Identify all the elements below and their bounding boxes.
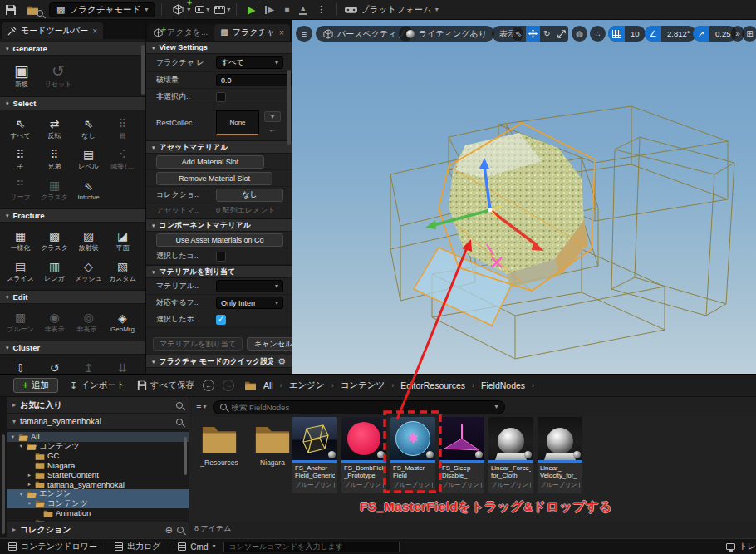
project-header[interactable]: tamana_syamenhokai <box>7 414 189 430</box>
world-local-toggle[interactable]: ◍ <box>572 26 587 42</box>
viewport[interactable]: ≡ パースペクティブ ライティングあり 表示 ⇖ ↻ ◍ ∴ 10 ∠ 2.81… <box>292 20 756 374</box>
tool-select-parent[interactable]: ⠿親 <box>106 113 140 144</box>
play-options-button[interactable]: ⋮ <box>312 2 331 18</box>
add-actor-button[interactable]: + <box>168 2 189 18</box>
header-quick-settings[interactable]: フラクチャ モードのクイック設定 ⚙ <box>146 355 292 368</box>
tool-select-siblings[interactable]: ⠿兄弟 <box>37 144 71 174</box>
rest-collection-asset-picker[interactable]: None <box>216 110 259 135</box>
asset-fs-bombfield[interactable]: FS_BombField _Prototype ブループリント ク.. <box>341 417 386 493</box>
platforms-dropdown[interactable]: プラットフォーム <box>345 4 439 16</box>
collection-value-button[interactable]: なし <box>216 189 283 202</box>
save-all-button[interactable]: すべて保存 <box>137 380 194 391</box>
tool-select-neighbors[interactable]: ⠪隣接し.. <box>106 144 140 174</box>
section-select[interactable]: Select <box>0 96 145 110</box>
tool-unhide[interactable]: ◎非表示.. <box>71 306 106 337</box>
tool-cluster-cluster[interactable]: ⇊クラスタ <box>106 357 140 374</box>
fracture-level-dropdown[interactable]: すべて <box>216 56 283 69</box>
scale-tool[interactable] <box>554 26 568 42</box>
header-assign-material[interactable]: マテリアルを割り当て <box>146 265 292 278</box>
tree-item-content[interactable]: コンテンツ <box>7 442 189 452</box>
filter-button[interactable]: ≡ <box>196 402 206 412</box>
add-material-slot-button[interactable]: Add Material Slot <box>156 155 264 169</box>
header-component-material[interactable]: コンポーネントマテリアル <box>146 218 292 232</box>
tool-mesh[interactable]: ◇メッシュ <box>71 256 106 287</box>
search-field[interactable] <box>213 400 505 414</box>
caret-icon[interactable] <box>18 492 24 498</box>
asset-fs-sleepdisable[interactable]: FS_Sleep Disable_ ブループリント ク.. <box>439 417 484 493</box>
search-icon[interactable] <box>176 402 183 409</box>
lit-mode-dropdown[interactable]: ライティングあり <box>399 26 494 42</box>
stop-button[interactable]: ■ <box>279 2 294 18</box>
explode-amount-input[interactable] <box>216 74 292 86</box>
add-collection-icon[interactable]: ⊕ <box>165 525 173 536</box>
skip-button[interactable]: ▶ <box>260 2 279 18</box>
collections-header[interactable]: コレクション ⊕ <box>7 522 189 537</box>
scrollbar[interactable] <box>287 70 291 145</box>
favorites-header[interactable]: お気に入り <box>7 397 189 414</box>
save-icon[interactable] <box>0 2 22 18</box>
caret-icon[interactable] <box>18 444 24 449</box>
scrollbar[interactable] <box>141 45 145 95</box>
browse-content-icon[interactable] <box>22 2 44 18</box>
header-view-settings[interactable]: View Settings <box>146 41 292 54</box>
scrollbar[interactable] <box>2 434 5 534</box>
rotation-snap-control[interactable]: ∠ 2.812° <box>645 26 696 42</box>
asset-combo-button[interactable] <box>264 111 281 122</box>
tool-select-all[interactable]: ⇖すべて <box>3 113 37 144</box>
eject-button[interactable]: ▲ <box>294 2 312 18</box>
tree-item-startercontent[interactable]: StarterContent <box>7 470 189 480</box>
tree-item-engine[interactable]: エンジン <box>7 489 189 499</box>
tab-place-actors[interactable]: + アクタを... <box>148 24 214 41</box>
tree-item-gc[interactable]: GC <box>7 451 189 461</box>
asset-linear-force[interactable]: Linear_Force_ for_Cloth ブループリント ク.. <box>488 417 533 493</box>
tool-select-invert[interactable]: ⇄反転 <box>37 113 71 144</box>
only-selected-checkbox[interactable] <box>216 315 226 325</box>
section-edit[interactable]: Edit <box>0 290 145 304</box>
folder-niagara[interactable]: Niagara <box>249 422 296 467</box>
tool-select-level[interactable]: ▤レベル <box>71 144 106 174</box>
caret-icon[interactable] <box>27 473 32 478</box>
tool-mag-cluster[interactable]: ↺マグネ.. <box>37 357 71 374</box>
search-icon[interactable] <box>177 527 184 533</box>
caret-icon[interactable] <box>27 501 32 507</box>
tool-flatten[interactable]: ↥平坦化 <box>71 357 106 374</box>
tree-item-tamana[interactable]: tamana_syamenhokai <box>7 480 189 490</box>
tool-select-interactive[interactable]: ⇖Intrctve <box>71 174 106 205</box>
remove-material-slot-button[interactable]: Remove Material Slot <box>156 172 272 185</box>
close-icon[interactable] <box>92 27 97 36</box>
tool-select-leaf[interactable]: ⠛リーフ <box>3 174 37 205</box>
caret-icon[interactable] <box>27 482 32 488</box>
back-button[interactable]: ← <box>203 380 214 391</box>
breadcrumb-all[interactable]: All <box>263 380 273 390</box>
gear-icon[interactable]: ⚙ <box>277 356 286 367</box>
tool-hide[interactable]: ◉非表示 <box>37 306 71 337</box>
cmd-dropdown[interactable]: Cmd <box>169 542 223 552</box>
tab-fracture[interactable]: ▩ フラクチャ <box>214 24 289 41</box>
material-dropdown[interactable] <box>216 280 283 292</box>
surface-snap-button[interactable]: ∴ <box>590 26 606 42</box>
move-tool[interactable] <box>526 26 540 42</box>
hide-unselected-checkbox[interactable] <box>216 92 226 102</box>
cancel-button[interactable]: キャンセル <box>247 337 292 351</box>
asset-fs-masterfield[interactable]: ✱ FS_Master Field ブループリント ク.. <box>390 417 435 493</box>
content-drawer-button[interactable]: コンテンツドロワー <box>0 541 106 552</box>
breadcrumb-content[interactable]: コンテンツ <box>341 380 385 391</box>
section-fracture[interactable]: Fracture <box>0 208 145 223</box>
tool-brick[interactable]: ▥レンガ <box>37 256 71 287</box>
tool-reset[interactable]: ↺リセット <box>40 58 76 93</box>
tool-prune[interactable]: ▩プルーン <box>3 306 37 337</box>
selected-component-checkbox[interactable] <box>216 252 226 262</box>
breadcrumb-fieldnodes[interactable]: FieldNodes <box>481 380 525 390</box>
select-tool[interactable]: ⇖ <box>512 26 526 42</box>
revision-control-button[interactable]: トレ <box>718 541 756 552</box>
scrollbar[interactable] <box>184 437 187 475</box>
tool-auto-cluster[interactable]: ⇩自動 <box>3 357 37 374</box>
section-generate[interactable]: Generate <box>0 42 145 56</box>
tool-geomerge[interactable]: ◈GeoMrg <box>106 306 140 337</box>
tool-cluster-fracture[interactable]: ▩クラスタ <box>37 225 71 256</box>
use-asset-materials-button[interactable]: Use Asset Materials on Co <box>156 233 283 247</box>
console-command-input[interactable] <box>223 542 400 552</box>
tool-select-none[interactable]: ⇖なし <box>71 113 106 144</box>
play-button[interactable]: ▶ <box>243 2 260 18</box>
import-button[interactable]: ↧インポート <box>70 380 125 391</box>
